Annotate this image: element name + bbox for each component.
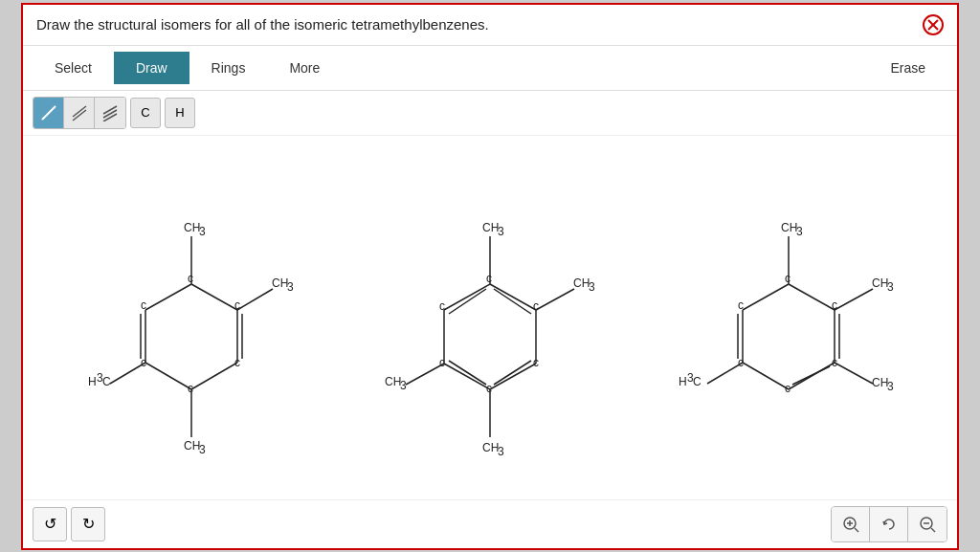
molecule-2: CH 3 CH 3 CH 3 CH 3 c c: [341, 155, 639, 480]
svg-text:3: 3: [498, 445, 504, 458]
svg-line-75: [835, 289, 873, 310]
svg-text:3: 3: [887, 280, 894, 294]
double-bond-btn[interactable]: [64, 98, 95, 128]
svg-text:CH: CH: [781, 221, 797, 234]
svg-text:c: c: [785, 272, 791, 285]
zoom-controls: [831, 506, 947, 542]
svg-line-40: [444, 284, 490, 310]
svg-text:c: c: [234, 356, 240, 369]
svg-line-43: [449, 361, 486, 385]
svg-text:CH: CH: [573, 276, 590, 290]
svg-text:c: c: [439, 356, 445, 369]
svg-line-7: [103, 114, 117, 121]
rings-tab[interactable]: Rings: [189, 52, 268, 84]
zoom-out-button[interactable]: [908, 507, 947, 541]
bond-group: [33, 97, 126, 129]
svg-text:CH: CH: [482, 441, 499, 454]
svg-line-44: [494, 361, 531, 385]
bottom-bar: ↺ ↻: [23, 499, 957, 548]
svg-line-38: [444, 364, 490, 389]
svg-text:3: 3: [400, 379, 407, 392]
molecules-area: CH 3 CH 3 CH 3 H 3 C c: [23, 136, 957, 499]
svg-text:3: 3: [887, 380, 894, 393]
undo-button[interactable]: ↺: [33, 507, 67, 541]
svg-text:c: c: [533, 299, 539, 313]
svg-text:c: c: [439, 299, 445, 313]
svg-text:c: c: [141, 356, 146, 369]
svg-text:CH: CH: [482, 221, 499, 234]
svg-line-6: [103, 110, 117, 118]
svg-text:H: H: [679, 375, 687, 388]
draw-tools-row: C H: [23, 91, 957, 136]
svg-line-71: [792, 366, 830, 385]
svg-text:C: C: [102, 375, 111, 388]
svg-text:3: 3: [199, 443, 206, 456]
svg-text:c: c: [533, 356, 539, 369]
svg-text:CH: CH: [272, 276, 288, 290]
main-container: Draw the structural isomers for all of t…: [21, 3, 959, 550]
svg-text:CH: CH: [184, 439, 200, 453]
svg-text:c: c: [234, 298, 240, 312]
svg-text:c: c: [141, 298, 146, 312]
svg-text:CH: CH: [872, 376, 888, 389]
molecule-3: CH 3 CH 3 CH 3 H 3 C c: [639, 165, 938, 471]
molecule-1: CH 3 CH 3 CH 3 H 3 C c: [42, 165, 341, 471]
single-bond-btn[interactable]: [33, 98, 64, 128]
zoom-in-button[interactable]: [832, 507, 870, 541]
redo-button[interactable]: ↻: [71, 507, 105, 541]
svg-line-97: [931, 528, 935, 532]
select-tab[interactable]: Select: [33, 52, 114, 84]
toolbar: Select Draw Rings More Erase: [23, 46, 957, 91]
question-bar: Draw the structural isomers for all of t…: [23, 5, 957, 46]
svg-text:c: c: [738, 356, 744, 369]
svg-text:H: H: [88, 375, 97, 388]
svg-line-9: [191, 363, 237, 389]
svg-text:c: c: [188, 272, 193, 285]
svg-text:c: c: [832, 298, 837, 312]
svg-text:c: c: [188, 382, 193, 395]
question-text: Draw the structural isomers for all of t…: [36, 16, 489, 33]
undo-redo-group: ↺ ↻: [33, 507, 105, 541]
svg-text:C: C: [693, 375, 702, 388]
svg-text:3: 3: [287, 280, 294, 294]
triple-bond-btn[interactable]: [95, 98, 125, 128]
erase-tab[interactable]: Erase: [868, 52, 947, 84]
svg-line-10: [145, 363, 191, 389]
svg-line-63: [789, 284, 835, 310]
svg-line-68: [743, 284, 789, 310]
svg-text:3: 3: [796, 225, 803, 238]
svg-line-5: [103, 106, 117, 114]
svg-text:c: c: [486, 382, 492, 395]
svg-line-19: [237, 289, 273, 310]
svg-line-78: [835, 363, 873, 384]
hydrogen-btn[interactable]: H: [165, 98, 195, 128]
svg-line-11: [145, 284, 191, 310]
svg-text:3: 3: [498, 225, 504, 238]
more-tab[interactable]: More: [267, 52, 342, 84]
svg-line-94: [855, 528, 858, 532]
svg-line-41: [449, 289, 486, 314]
svg-line-54: [406, 364, 444, 385]
svg-line-48: [536, 289, 574, 310]
svg-line-42: [494, 289, 531, 314]
svg-text:c: c: [486, 272, 492, 285]
svg-line-66: [743, 363, 789, 389]
svg-text:CH: CH: [184, 221, 200, 234]
svg-line-37: [490, 364, 536, 389]
svg-line-8: [191, 284, 237, 310]
cancel-icon[interactable]: [923, 14, 944, 35]
svg-text:c: c: [785, 382, 791, 395]
svg-text:3: 3: [199, 225, 206, 238]
svg-text:CH: CH: [872, 276, 888, 290]
svg-text:CH: CH: [385, 375, 401, 388]
svg-text:c: c: [738, 298, 744, 312]
carbon-btn[interactable]: C: [130, 98, 161, 128]
svg-line-2: [42, 106, 56, 120]
svg-text:c: c: [832, 356, 837, 369]
svg-line-35: [490, 284, 536, 310]
draw-tab[interactable]: Draw: [114, 52, 189, 84]
svg-text:3: 3: [589, 280, 595, 294]
zoom-reset-button[interactable]: [870, 507, 908, 541]
canvas-area[interactable]: CH 3 CH 3 CH 3 H 3 C c: [23, 136, 957, 499]
